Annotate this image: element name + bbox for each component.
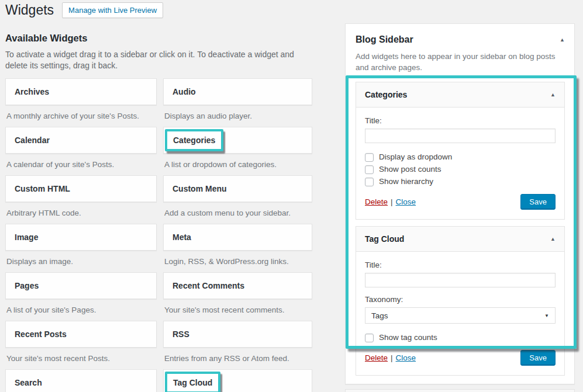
widget-description: Entries from any RSS or Atom feed. bbox=[164, 353, 312, 363]
page-header: Widgets Manage with Live Preview bbox=[5, 2, 163, 19]
widget-card-search[interactable]: Search bbox=[5, 369, 157, 392]
available-widget-rss: RSS Entries from any RSS or Atom feed. bbox=[163, 321, 312, 369]
widget-description: Displays an audio player. bbox=[164, 111, 312, 121]
widget-card-rss[interactable]: RSS bbox=[163, 321, 312, 348]
link-separator: | bbox=[391, 353, 393, 362]
widget-title: Recent Comments bbox=[173, 281, 244, 290]
available-widget-audio: Audio Displays an audio player. bbox=[163, 78, 312, 127]
widget-title: RSS bbox=[173, 329, 189, 339]
available-widgets-description: To activate a widget drag it to a sideba… bbox=[5, 49, 318, 71]
categories-widget-header[interactable]: Categories ▲ bbox=[356, 82, 565, 107]
taxonomy-select[interactable]: Tags ▼ bbox=[365, 307, 556, 324]
close-link[interactable]: Close bbox=[396, 353, 416, 362]
page-title: Widgets bbox=[5, 2, 54, 19]
widget-title: Image bbox=[15, 233, 38, 242]
checkbox-show-tag-counts[interactable]: Show tag counts bbox=[365, 333, 556, 342]
widget-description: Displays an image. bbox=[6, 256, 157, 266]
widget-card-tag-cloud[interactable]: Tag Cloud bbox=[163, 369, 312, 392]
widget-card-recent-posts[interactable]: Recent Posts bbox=[5, 321, 157, 348]
widget-description: A monthly archive of your site's Posts. bbox=[6, 111, 157, 121]
checkbox-label: Show post counts bbox=[379, 165, 441, 174]
checkbox-icon[interactable] bbox=[365, 165, 374, 174]
available-widget-search: Search bbox=[5, 369, 157, 392]
collapse-up-icon[interactable]: ▲ bbox=[560, 34, 565, 46]
chevron-down-icon: ▼ bbox=[544, 313, 549, 318]
categories-checkbox-group: Display as dropdown Show post counts Sho… bbox=[365, 152, 556, 186]
categories-widget-title: Categories bbox=[365, 90, 550, 99]
checkbox-icon[interactable] bbox=[365, 178, 374, 186]
widget-card-pages[interactable]: Pages bbox=[5, 272, 157, 299]
checkbox-icon[interactable] bbox=[365, 334, 374, 342]
save-button[interactable]: Save bbox=[520, 350, 556, 366]
available-widgets-heading: Available Widgets bbox=[5, 33, 318, 44]
checkbox-icon[interactable] bbox=[365, 153, 374, 162]
widget-title: Search bbox=[15, 378, 42, 387]
widget-card-meta[interactable]: Meta bbox=[163, 224, 312, 251]
available-widget-calendar: Calendar A calendar of your site's Posts… bbox=[5, 127, 157, 175]
widget-card-custom-menu[interactable]: Custom Menu bbox=[163, 175, 312, 202]
taxonomy-field-label: Taxonomy: bbox=[365, 294, 556, 305]
widget-card-categories[interactable]: Categories bbox=[163, 127, 312, 154]
available-widget-image: Image Displays an image. bbox=[5, 224, 157, 272]
checkbox-show-post-counts[interactable]: Show post counts bbox=[365, 165, 556, 174]
close-link[interactable]: Close bbox=[396, 197, 416, 206]
widget-card-image[interactable]: Image bbox=[5, 224, 157, 251]
taxonomy-selected-value: Tags bbox=[371, 311, 544, 320]
widget-title: Custom Menu bbox=[173, 184, 227, 193]
save-button[interactable]: Save bbox=[520, 194, 556, 210]
delete-link[interactable]: Delete bbox=[365, 197, 388, 206]
widget-card-audio[interactable]: Audio bbox=[163, 78, 312, 105]
widget-title: Meta bbox=[173, 233, 191, 242]
next-sidebar-panel-edge bbox=[345, 389, 575, 392]
widget-title: Custom HTML bbox=[15, 184, 70, 193]
tag-cloud-widget-body: Title: Taxonomy: Tags ▼ Show tag counts … bbox=[356, 252, 565, 376]
collapse-up-icon[interactable]: ▲ bbox=[550, 89, 556, 100]
tag-cloud-widget-title: Tag Cloud bbox=[365, 234, 550, 244]
title-field-label: Title: bbox=[365, 260, 556, 270]
tag-cloud-widget-footer: Delete | Close Save bbox=[365, 350, 556, 366]
available-widget-tag-cloud: Tag Cloud bbox=[163, 369, 312, 392]
available-widgets-section: Available Widgets To activate a widget d… bbox=[5, 33, 318, 392]
widget-description: A list of your site's Pages. bbox=[6, 305, 157, 315]
widget-title: Audio bbox=[173, 87, 196, 96]
widget-card-archives[interactable]: Archives bbox=[5, 78, 157, 105]
categories-widget-body: Title: Display as dropdown Show post cou… bbox=[356, 107, 565, 220]
checkbox-show-hierarchy[interactable]: Show hierarchy bbox=[365, 177, 556, 186]
widget-description: Add a custom menu to your sidebar. bbox=[164, 208, 312, 218]
tag-cloud-checkbox-group: Show tag counts bbox=[365, 333, 556, 342]
blog-sidebar-title: Blog Sidebar bbox=[356, 34, 560, 46]
widget-title-highlighted: Tag Cloud bbox=[165, 372, 220, 392]
widget-card-calendar[interactable]: Calendar bbox=[5, 127, 157, 154]
available-widget-pages: Pages A list of your site's Pages. bbox=[5, 272, 157, 321]
tag-cloud-widget-header[interactable]: Tag Cloud ▲ bbox=[356, 226, 565, 252]
widget-title: Pages bbox=[15, 281, 39, 290]
available-widgets-grid: Archives A monthly archive of your site'… bbox=[5, 78, 318, 392]
widget-title: Recent Posts bbox=[15, 329, 67, 339]
widget-title: Archives bbox=[15, 87, 49, 96]
widget-card-recent-comments[interactable]: Recent Comments bbox=[163, 272, 312, 299]
taxonomy-field: Taxonomy: Tags ▼ bbox=[365, 294, 556, 324]
available-widget-recent-posts: Recent Posts Your site's most recent Pos… bbox=[5, 321, 157, 369]
delete-link[interactable]: Delete bbox=[365, 353, 388, 362]
checkbox-display-as-dropdown[interactable]: Display as dropdown bbox=[365, 152, 556, 162]
widget-description: A list or dropdown of categories. bbox=[164, 159, 312, 169]
checkbox-label: Show hierarchy bbox=[379, 177, 433, 186]
blog-sidebar-header: Blog Sidebar ▲ bbox=[346, 24, 574, 46]
available-widget-recent-comments: Recent Comments Your site's most recent … bbox=[163, 272, 312, 321]
widget-description: Arbitrary HTML code. bbox=[6, 208, 157, 218]
manage-live-preview-button[interactable]: Manage with Live Preview bbox=[62, 2, 163, 18]
widget-title: Calendar bbox=[15, 136, 50, 145]
checkbox-label: Display as dropdown bbox=[379, 152, 452, 162]
available-widget-custom-html: Custom HTML Arbitrary HTML code. bbox=[5, 175, 157, 224]
collapse-up-icon[interactable]: ▲ bbox=[550, 233, 556, 245]
sidebar-widget-categories: Categories ▲ Title: Display as dropdown … bbox=[356, 82, 565, 220]
widget-card-custom-html[interactable]: Custom HTML bbox=[5, 175, 157, 202]
sidebar-widget-tag-cloud: Tag Cloud ▲ Title: Taxonomy: Tags ▼ Show… bbox=[356, 226, 565, 376]
widget-description: Login, RSS, & WordPress.org links. bbox=[164, 256, 312, 266]
checkbox-label: Show tag counts bbox=[379, 333, 437, 342]
widget-description: A calendar of your site's Posts. bbox=[6, 159, 157, 169]
available-widget-categories: Categories A list or dropdown of categor… bbox=[163, 127, 312, 175]
categories-title-input[interactable] bbox=[365, 129, 556, 143]
tag-cloud-title-input[interactable] bbox=[365, 273, 556, 287]
widget-description: Your site's most recent Posts. bbox=[6, 353, 157, 363]
